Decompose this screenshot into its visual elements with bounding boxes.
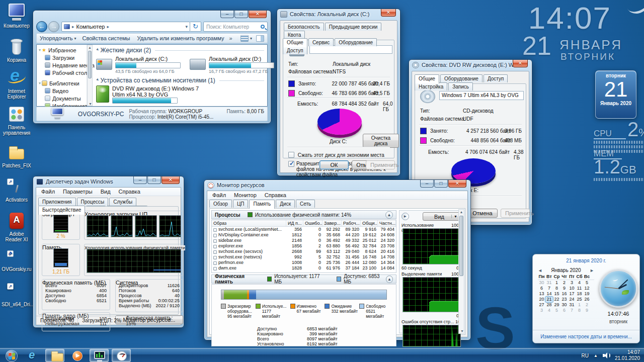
menu-monitor[interactable]: Монитор — [230, 192, 261, 199]
desktop-icon-recycle[interactable]: Корзина — [2, 37, 32, 63]
column-header-Частн...[interactable]: Частн... — [378, 220, 396, 226]
tab-Запись[interactable]: Запись — [448, 82, 473, 90]
process-checkbox[interactable] — [213, 250, 217, 254]
close-button[interactable]: ✕ — [448, 180, 466, 188]
tab-Оборудование[interactable]: Оборудование — [440, 74, 482, 82]
apply-button[interactable]: Применить — [501, 209, 530, 218]
dvd-name[interactable]: DVD RW дисковод (E:) Windows 7 — [112, 85, 264, 92]
process-row[interactable]: perfmon.exe1008025 73626 44412 08014 364 — [212, 260, 396, 265]
sidebar-item-Документы[interactable]: Документы — [39, 95, 87, 102]
organize-caret-icon[interactable]: ▾ — [74, 36, 76, 41]
calendar-day[interactable]: 4 — [576, 280, 583, 286]
maximize-button[interactable]: □ — [147, 176, 161, 184]
volume-icon[interactable] — [603, 352, 610, 358]
tab-Процессы[interactable]: Процессы — [77, 198, 109, 206]
calendar-day[interactable]: 3 — [538, 308, 545, 313]
taskbar-task-manager-button[interactable] — [90, 349, 109, 362]
language-indicator[interactable]: RU — [582, 353, 589, 358]
drive-item[interactable]: Локальный диск (C:)43,5 ГБ свободно из 6… — [96, 56, 187, 74]
process-row[interactable]: svchost.exe (secsvcs)26689963 11229 0408… — [212, 249, 396, 254]
address-bar[interactable]: ▸ Компьютер ▸ ▾ — [61, 22, 190, 32]
process-checkbox[interactable] — [213, 234, 217, 237]
column-header-Образ[interactable]: Образ — [212, 220, 286, 226]
expand-chevron-icon[interactable]: ▲ — [401, 213, 409, 220]
hidden-icons-chevron[interactable]: ▲ — [594, 353, 598, 358]
clock-calendar-flyout[interactable]: 21 января 2020 г. ◄ Январь 2020 ► ПнВтСр… — [532, 254, 640, 343]
calendar-day[interactable]: 28 — [545, 302, 553, 308]
process-row[interactable]: svchost.exe (LocalSystemNet...356092 292… — [212, 227, 396, 232]
minimize-button[interactable]: – — [420, 180, 434, 188]
section-header[interactable]: Устройства со съемными носителями (1) — [101, 77, 215, 84]
breadcrumb[interactable]: Компьютер — [76, 24, 105, 30]
close-button[interactable]: ✕ — [249, 11, 267, 18]
index-checkbox[interactable] — [288, 161, 294, 167]
sidebar-item-Рабочий стол[interactable]: Рабочий стол — [39, 69, 87, 76]
collapse-chevron-icon[interactable]: ▲ — [386, 276, 393, 283]
sidebar-item-Загрузки[interactable]: Загрузки — [39, 54, 87, 61]
calendar-day[interactable]: 19 — [583, 291, 591, 297]
desktop-icon-sdi[interactable]: SDI_x64_Dri... — [2, 282, 32, 307]
tab-ЦП[interactable]: ЦП — [233, 200, 249, 208]
process-checkbox[interactable] — [213, 228, 217, 232]
calendar-day[interactable]: 5 — [583, 280, 591, 286]
drive-item[interactable]: Локальный диск (D:)16,7 ГБ свободно из 4… — [190, 56, 280, 74]
taskbar-media-player-button[interactable]: ▶ — [67, 349, 87, 362]
desktop-icon-folder[interactable]: Patches_FIX — [2, 143, 32, 168]
process-row[interactable]: dwm.exe1828061 97637 18423 10014 084 — [212, 265, 396, 271]
tab-Обзор[interactable]: Обзор — [209, 200, 232, 208]
search-icon[interactable] — [261, 25, 265, 29]
scroll-up-icon[interactable]: ▲ — [459, 210, 464, 215]
breadcrumb-arrow-icon[interactable]: ▸ — [72, 24, 74, 29]
calendar-day[interactable]: 14 — [545, 291, 553, 297]
tab-Безопасность[interactable]: Безопасность — [284, 23, 324, 31]
process-row[interactable]: NVDisplay.Container.exe1812035 66844 220… — [212, 232, 396, 238]
drive-name[interactable]: Локальный диск (D:) — [209, 56, 280, 62]
views-button[interactable] — [240, 35, 249, 42]
tab-Общие[interactable]: Общие — [415, 74, 439, 83]
desktop-icon-ovg[interactable]: OVGorskiy.ru — [2, 246, 32, 272]
search-box[interactable]: Поиск: Компьютер — [203, 22, 268, 32]
process-row[interactable]: explorer.exe1856263 88056 49232 78423 70… — [212, 243, 396, 249]
calendar-day[interactable]: 1 — [553, 280, 560, 286]
volume-name-field[interactable]: Windows 7 Ultim x64 NL3 by OVG — [439, 91, 524, 100]
calendar-day[interactable]: 2 — [560, 280, 568, 286]
ok-button[interactable]: ОК — [319, 160, 349, 169]
sidebar-item-Библиотеки[interactable]: ▾Библиотеки — [39, 79, 87, 87]
process-row[interactable]: svchost.exe (netsvcs)992532 75231 45616 … — [212, 254, 396, 260]
taskbar-ie-button[interactable]: e — [24, 349, 43, 362]
maximize-button[interactable]: □ — [234, 11, 248, 18]
tab-Квота[interactable]: Квота — [284, 31, 305, 39]
tab-Общие[interactable]: Общие — [283, 38, 307, 47]
resource-monitor-window[interactable]: – □ ✕ Монитор ресурсов Файл Монитор Спра… — [204, 179, 471, 340]
process-checkbox[interactable] — [213, 256, 217, 259]
tab-Приложения[interactable]: Приложения — [38, 198, 76, 206]
back-button[interactable]: ← — [36, 21, 47, 32]
calendar-day[interactable]: 8 — [576, 308, 583, 313]
sidebar-item-Видео[interactable]: Видео — [39, 87, 87, 95]
calendar-day[interactable]: 5 — [553, 308, 560, 313]
column-header-Рабоч...[interactable]: Рабоч... — [342, 220, 361, 226]
menu-file[interactable]: Файл — [208, 192, 230, 199]
calendar-day[interactable]: 6 — [560, 308, 568, 313]
search-input[interactable]: Поиск: Компьютер — [206, 24, 261, 30]
menu-view[interactable]: Вид — [97, 188, 115, 195]
sidebar-item-Избранное[interactable]: ▾★Избранное — [39, 46, 87, 54]
calendar-day[interactable]: 24 — [568, 297, 576, 302]
calendar-day[interactable]: 7 — [568, 308, 576, 313]
process-row[interactable]: sidebar.exe2148036 49249 33225 01224 320 — [212, 238, 396, 243]
tab-Сервис[interactable]: Сервис — [308, 38, 334, 46]
calendar-gadget[interactable]: вторник 21 Январь 2020 — [595, 70, 636, 119]
calendar-day[interactable]: 18 — [576, 291, 583, 297]
menu-file[interactable]: Файл — [37, 188, 59, 195]
organize-menu[interactable]: Упорядочить — [40, 35, 72, 41]
desktop-icon-control-panel[interactable]: Панель управления — [2, 105, 32, 136]
system-properties-button[interactable]: Свойства системы — [82, 35, 130, 41]
cancel-button[interactable]: Отмена — [467, 209, 498, 218]
change-date-time-link[interactable]: Изменение настроек даты и времени... — [540, 334, 632, 339]
calendar-day[interactable]: 12 — [583, 286, 591, 291]
calendar-day[interactable]: 2 — [583, 302, 591, 308]
apply-button[interactable]: Применить — [366, 160, 395, 169]
calendar-day[interactable]: 11 — [576, 286, 583, 291]
calendar-day[interactable]: 6 — [538, 286, 545, 291]
column-header-Ошибо...[interactable]: Ошибо... — [303, 220, 323, 226]
